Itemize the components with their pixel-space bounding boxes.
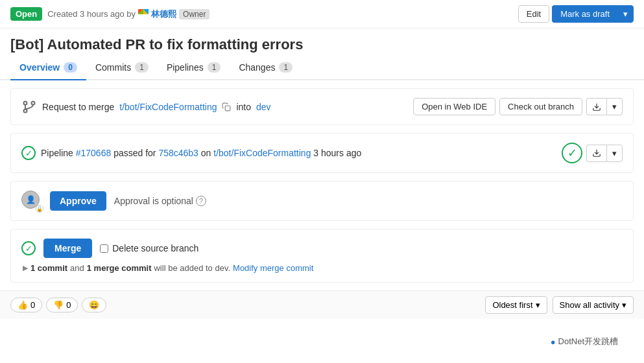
expand-icon[interactable]: ▶ (23, 264, 28, 272)
meta-info: Created 3 hours ago by 林德熙 Owner (47, 8, 513, 20)
merge-icon (21, 99, 37, 115)
owner-badge: Owner (179, 9, 209, 19)
tab-overview[interactable]: Overview 0 (10, 56, 86, 80)
sort-select[interactable]: Oldest first ▾ (485, 296, 547, 314)
merge-status-icon: ✓ (21, 241, 36, 255)
sort-activity: Oldest first ▾ Show all activity ▾ (485, 296, 634, 314)
pipeline-download-chevron[interactable]: ▾ (606, 145, 623, 162)
pipeline-left: ✓ Pipeline #170668 passed for 758c46b3 o… (21, 146, 361, 160)
pipeline-right: ✓ ▾ (562, 143, 623, 163)
created-text: Created 3 hours ago by (47, 9, 136, 19)
page-title: [Bot] Automated PR to fix formatting err… (0, 29, 644, 56)
pipeline-on: on (201, 148, 211, 158)
smile-icon: 😄 (89, 300, 99, 310)
merge-row: ✓ Merge Delete source branch (21, 239, 623, 258)
tabs: Overview 0 Commits 1 Pipelines 1 Changes… (0, 56, 644, 80)
merge-label: Request to merge (42, 102, 114, 112)
edit-button[interactable]: Edit (518, 5, 549, 23)
thumbs-down-reaction[interactable]: 👎 0 (46, 298, 78, 312)
commit-info: ▶ 1 commit and 1 merge commit will be ad… (21, 263, 623, 273)
svg-point-2 (24, 109, 27, 112)
pipeline-prefix: Pipeline (41, 148, 73, 158)
approve-button[interactable]: Approve (50, 191, 106, 211)
tab-changes[interactable]: Changes 1 (230, 56, 302, 80)
author-name: 林德熙 (151, 8, 176, 20)
tab-commits[interactable]: Commits 1 (86, 56, 158, 80)
download-button[interactable] (586, 98, 606, 115)
merge-request-card: Request to merge t/bot/FixCodeFormatting… (10, 88, 634, 125)
dot-icon: ● (551, 337, 556, 347)
svg-point-0 (24, 101, 27, 104)
thumbs-up-icon: 👍 (18, 300, 28, 310)
pipeline-check-icon: ✓ (562, 143, 582, 163)
pipeline-download-icon (592, 148, 601, 158)
pipeline-card: ✓ Pipeline #170668 passed for 758c46b3 o… (10, 133, 634, 173)
mark-as-draft-button[interactable]: Mark as draft (552, 5, 617, 23)
open-web-ide-button[interactable]: Open in Web IDE (413, 98, 495, 115)
watermark-text: DotNet开发跳槽 (558, 336, 618, 347)
download-icon (592, 102, 601, 111)
thumbs-up-reaction[interactable]: 👍 0 (10, 298, 42, 312)
pipeline-time: 3 hours ago (313, 148, 361, 158)
activity-chevron-icon: ▾ (622, 300, 626, 310)
top-bar-actions: Edit Mark as draft ▾ (518, 5, 634, 23)
pipeline-download-split: ▾ (586, 145, 623, 162)
pipeline-branch[interactable]: t/bot/FixCodeFormatting (213, 148, 311, 158)
sort-chevron-icon: ▾ (536, 300, 540, 310)
approval-card: 👤 🔒 Approve Approval is optional ? (10, 181, 634, 221)
status-badge: Open (10, 7, 42, 21)
user-avatar: 👤 🔒 (21, 191, 42, 211)
merge-info: Request to merge t/bot/FixCodeFormatting… (21, 99, 271, 115)
download-split: ▾ (586, 98, 623, 115)
content: Request to merge t/bot/FixCodeFormatting… (0, 80, 644, 290)
modify-merge-commit-link[interactable]: Modify merge commit (233, 263, 313, 273)
pipeline-number[interactable]: #170668 (76, 148, 112, 158)
activity-label: Show all activity (560, 300, 619, 310)
download-chevron[interactable]: ▾ (606, 98, 623, 115)
merge-button[interactable]: Merge (43, 239, 92, 258)
merge-request-row: Request to merge t/bot/FixCodeFormatting… (21, 98, 623, 115)
pipeline-download-button[interactable] (586, 145, 606, 162)
delete-source-label[interactable]: Delete source branch (100, 243, 198, 253)
show-activity-select[interactable]: Show all activity ▾ (553, 296, 634, 314)
delete-source-checkbox[interactable] (100, 244, 108, 253)
approval-optional: Approval is optional ? (114, 196, 206, 206)
merge-actions: Open in Web IDE Check out branch ▾ (413, 98, 623, 115)
thumbs-up-count: 0 (30, 300, 35, 310)
check-out-branch-button[interactable]: Check out branch (499, 98, 582, 115)
pipeline-row: ✓ Pipeline #170668 passed for 758c46b3 o… (21, 143, 623, 163)
smile-reaction[interactable]: 😄 (82, 298, 106, 312)
mark-as-draft-chevron[interactable]: ▾ (617, 5, 634, 23)
thumbs-down-icon: 👎 (53, 300, 64, 310)
target-branch-link[interactable]: dev (256, 102, 271, 112)
reactions: 👍 0 👎 0 😄 (10, 298, 106, 312)
pipeline-commit[interactable]: 758c46b3 (158, 148, 198, 158)
merge-section: ✓ Merge Delete source branch ▶ 1 commit … (21, 239, 623, 273)
approval-row: 👤 🔒 Approve Approval is optional ? (21, 191, 623, 211)
merge-commit-count: 1 merge commit (87, 263, 152, 273)
lock-badge-icon: 🔒 (36, 205, 43, 213)
sort-label: Oldest first (492, 300, 532, 310)
tab-pipelines[interactable]: Pipelines 1 (158, 56, 230, 80)
into-label: into (236, 102, 251, 112)
svg-point-1 (32, 101, 35, 104)
thumbs-down-count: 0 (66, 300, 71, 310)
pipeline-status-icon: ✓ (21, 146, 36, 160)
help-icon[interactable]: ? (196, 196, 206, 206)
mark-as-draft-split: Mark as draft ▾ (552, 5, 634, 23)
bottom-bar: 👍 0 👎 0 😄 Oldest first ▾ Show all activi… (0, 290, 644, 319)
top-bar: Open Created 3 hours ago by 林德熙 Owner Ed… (0, 0, 644, 29)
commit-count: 1 commit (30, 263, 67, 273)
windows-icon (138, 9, 149, 19)
copy-icon[interactable] (222, 102, 231, 111)
pipeline-text: Pipeline #170668 passed for 758c46b3 on … (41, 148, 361, 158)
merge-card: ✓ Merge Delete source branch ▶ 1 commit … (10, 229, 634, 283)
svg-rect-4 (226, 106, 231, 111)
pipeline-passed: passed for (113, 148, 156, 158)
source-branch-link[interactable]: t/bot/FixCodeFormatting (119, 102, 217, 112)
watermark: ● DotNet开发跳槽 (544, 333, 625, 350)
